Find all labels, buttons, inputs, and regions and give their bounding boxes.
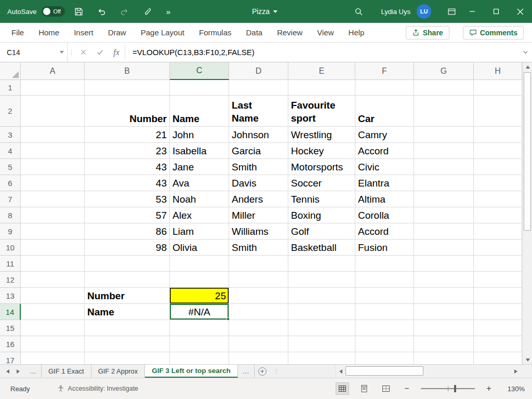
cell-G5[interactable]	[414, 159, 474, 175]
cell-G12[interactable]	[414, 272, 474, 288]
cell-E9[interactable]: Golf	[288, 223, 355, 240]
cell-G14[interactable]	[414, 304, 474, 320]
cell-C8[interactable]: Alex	[170, 207, 229, 223]
row-header-2[interactable]: 2	[0, 96, 21, 127]
cell-B9[interactable]: 86	[85, 223, 170, 240]
cell-H6[interactable]	[474, 175, 522, 191]
cell-C4[interactable]: Isabella	[170, 143, 229, 159]
row-header-11[interactable]: 11	[0, 256, 21, 272]
cell-B12[interactable]	[85, 272, 170, 288]
row-header-12[interactable]: 12	[0, 272, 21, 288]
close-button[interactable]	[508, 0, 532, 23]
scroll-left-button[interactable]	[336, 365, 345, 378]
tab-file[interactable]: File	[4, 23, 31, 42]
cell-A14[interactable]	[21, 304, 85, 320]
cell-G7[interactable]	[414, 191, 474, 207]
vertical-scrollbar[interactable]	[522, 62, 532, 364]
select-all-corner[interactable]	[0, 62, 21, 80]
cell-H1[interactable]	[474, 80, 522, 96]
cell-D3[interactable]: Johnson	[229, 127, 288, 143]
cell-H11[interactable]	[474, 256, 522, 272]
cell-D2[interactable]: Last Name	[229, 96, 288, 127]
scroll-down-button[interactable]	[523, 355, 532, 364]
column-header-E[interactable]: E	[288, 62, 355, 80]
vertical-scroll-thumb[interactable]	[524, 72, 531, 231]
cell-B16[interactable]	[85, 336, 170, 352]
column-header-A[interactable]: A	[21, 62, 85, 80]
cell-F14[interactable]	[355, 304, 414, 320]
name-box-dropdown[interactable]	[56, 43, 68, 62]
cell-E3[interactable]: Wrestling	[288, 127, 355, 143]
column-header-C[interactable]: C	[170, 62, 229, 80]
cell-F7[interactable]: Altima	[355, 191, 414, 207]
pin-icon[interactable]	[139, 3, 156, 20]
cell-E13[interactable]	[288, 288, 355, 304]
tab-view[interactable]: View	[310, 23, 341, 42]
horizontal-scrollbar[interactable]	[336, 365, 532, 378]
tab-review[interactable]: Review	[270, 23, 310, 42]
column-header-B[interactable]: B	[85, 62, 170, 80]
cell-B13[interactable]: Number	[85, 288, 170, 304]
cell-A8[interactable]	[21, 207, 85, 223]
cell-F13[interactable]	[355, 288, 414, 304]
cell-A6[interactable]	[21, 175, 85, 191]
cell-E17[interactable]	[288, 352, 355, 364]
cell-A12[interactable]	[21, 272, 85, 288]
cell-A2[interactable]	[21, 96, 85, 127]
cell-G2[interactable]	[414, 96, 474, 127]
cell-G8[interactable]	[414, 207, 474, 223]
cell-A3[interactable]	[21, 127, 85, 143]
cell-B2[interactable]: Number	[85, 96, 170, 127]
cell-E7[interactable]: Tennis	[288, 191, 355, 207]
sheet-tab-1[interactable]: GIF 1 Exact	[42, 365, 91, 378]
cell-C14[interactable]: #N/A	[170, 304, 229, 320]
cell-C6[interactable]: Ava	[170, 175, 229, 191]
cell-E6[interactable]: Soccer	[288, 175, 355, 191]
cell-B4[interactable]: 23	[85, 143, 170, 159]
zoom-thumb[interactable]	[454, 385, 456, 392]
cell-H2[interactable]	[474, 96, 522, 127]
tab-bar-grip[interactable]: ⋮	[270, 365, 283, 378]
cell-H12[interactable]	[474, 272, 522, 288]
column-header-G[interactable]: G	[414, 62, 474, 80]
cell-C5[interactable]: Jane	[170, 159, 229, 175]
cell-F10[interactable]: Fusion	[355, 240, 414, 256]
cell-E15[interactable]	[288, 320, 355, 336]
cell-C2[interactable]: Name	[170, 96, 229, 127]
cell-D14[interactable]	[229, 304, 288, 320]
column-header-F[interactable]: F	[355, 62, 414, 80]
cell-G9[interactable]	[414, 223, 474, 240]
cell-D6[interactable]: Davis	[229, 175, 288, 191]
cell-A17[interactable]	[21, 352, 85, 364]
cell-A11[interactable]	[21, 256, 85, 272]
horizontal-scroll-thumb[interactable]	[345, 366, 423, 376]
page-break-preview-button[interactable]	[379, 382, 393, 395]
tab-draw[interactable]: Draw	[101, 23, 134, 42]
next-sheet-button[interactable]	[17, 369, 20, 374]
cell-B5[interactable]: 43	[85, 159, 170, 175]
formula-input[interactable]: =VLOOKUP(C13,B3:F10,2,FALSE)	[125, 43, 518, 62]
cell-B17[interactable]	[85, 352, 170, 364]
row-header-1[interactable]: 1	[0, 80, 21, 96]
cell-G10[interactable]	[414, 240, 474, 256]
minimize-button[interactable]	[460, 0, 484, 23]
cell-B10[interactable]: 98	[85, 240, 170, 256]
cell-A15[interactable]	[21, 320, 85, 336]
cell-F8[interactable]: Corolla	[355, 207, 414, 223]
cell-H7[interactable]	[474, 191, 522, 207]
zoom-level[interactable]: 130%	[503, 385, 525, 393]
row-header-13[interactable]: 13	[0, 288, 21, 304]
cell-B15[interactable]	[85, 320, 170, 336]
cell-F3[interactable]: Camry	[355, 127, 414, 143]
cell-D9[interactable]: Williams	[229, 223, 288, 240]
ribbon-display-options-button[interactable]	[443, 3, 460, 20]
name-box[interactable]: C14	[0, 43, 56, 62]
cell-D10[interactable]: Smith	[229, 240, 288, 256]
cell-C9[interactable]: Liam	[170, 223, 229, 240]
cell-D17[interactable]	[229, 352, 288, 364]
cell-C11[interactable]	[170, 256, 229, 272]
cell-G4[interactable]	[414, 143, 474, 159]
comments-button[interactable]: Comments	[463, 26, 524, 39]
cell-F15[interactable]	[355, 320, 414, 336]
sheet-tab-2[interactable]: GIF 2 Approx	[91, 365, 145, 378]
